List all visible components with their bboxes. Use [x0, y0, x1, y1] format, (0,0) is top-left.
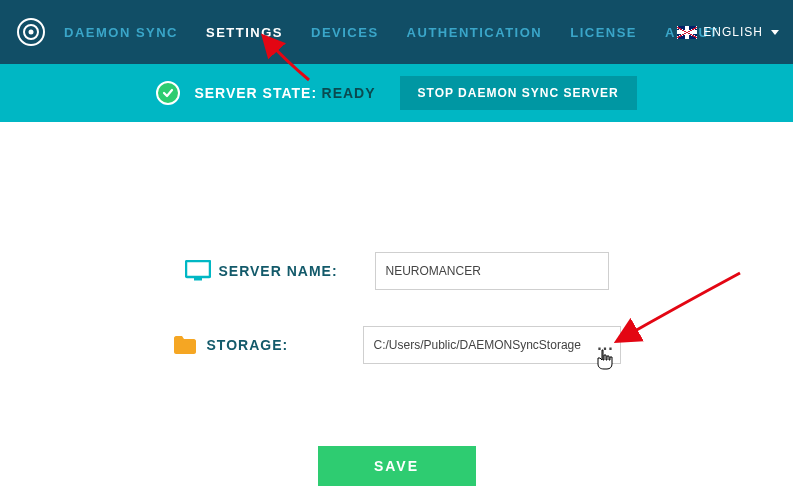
monitor-icon: [185, 260, 219, 282]
nav-license[interactable]: LICENSE: [570, 25, 637, 40]
language-selector[interactable]: ENGLISH: [677, 25, 779, 39]
storage-input-wrap: ...: [363, 326, 621, 364]
status-bar: SERVER STATE: READY STOP DAEMON SYNC SER…: [0, 64, 793, 122]
svg-point-2: [29, 30, 34, 35]
server-state-label: SERVER STATE:: [194, 85, 317, 101]
server-state-value: READY: [322, 85, 376, 101]
server-name-row: SERVER NAME:: [185, 252, 609, 290]
server-name-input[interactable]: [375, 252, 609, 290]
language-label: ENGLISH: [703, 25, 763, 39]
navbar: DAEMON SYNC SETTINGS DEVICES AUTHENTICAT…: [0, 0, 793, 64]
storage-label: STORAGE:: [207, 337, 363, 353]
svg-rect-4: [194, 278, 202, 281]
folder-icon: [173, 335, 207, 355]
app-logo-icon: [16, 17, 46, 47]
storage-row: STORAGE: ...: [173, 326, 621, 364]
chevron-down-icon: [771, 30, 779, 35]
storage-input[interactable]: [364, 327, 592, 363]
save-button[interactable]: SAVE: [318, 446, 476, 486]
nav-daemon-sync[interactable]: DAEMON SYNC: [64, 25, 178, 40]
browse-button[interactable]: ...: [592, 340, 620, 350]
server-name-label: SERVER NAME:: [219, 263, 375, 279]
settings-form: SERVER NAME: STORAGE: ...: [0, 122, 793, 400]
uk-flag-icon: [677, 26, 697, 39]
stop-server-button[interactable]: STOP DAEMON SYNC SERVER: [400, 76, 637, 110]
check-circle-icon: [156, 81, 180, 105]
nav-settings[interactable]: SETTINGS: [206, 25, 283, 40]
nav-links: DAEMON SYNC SETTINGS DEVICES AUTHENTICAT…: [64, 25, 783, 40]
nav-devices[interactable]: DEVICES: [311, 25, 379, 40]
nav-authentication[interactable]: AUTHENTICATION: [407, 25, 543, 40]
svg-rect-3: [186, 261, 210, 277]
